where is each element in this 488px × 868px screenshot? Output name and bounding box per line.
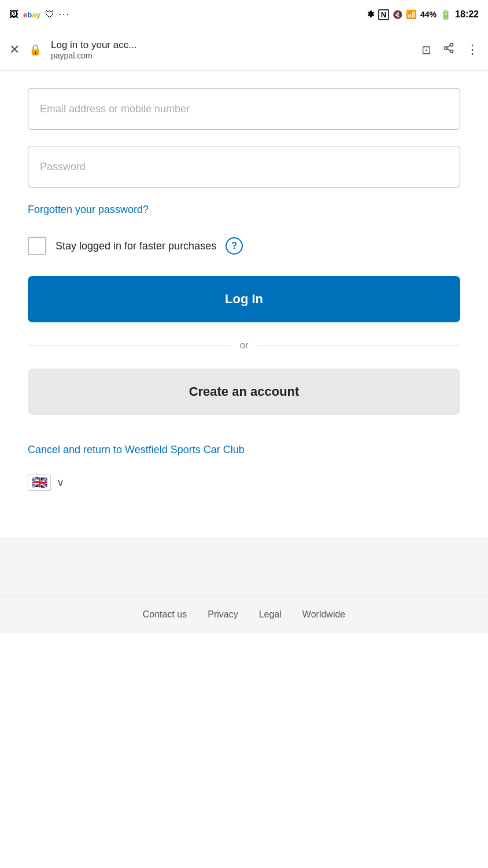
status-bar: 🖼 ebay 🛡 ··· ✱ N 🔇 📶 44% 🔋 18:22: [0, 0, 488, 29]
gallery-icon: 🖼: [9, 9, 19, 20]
svg-line-3: [447, 49, 450, 50]
shield-icon: 🛡: [45, 9, 54, 20]
domain-text: paypal.com: [51, 51, 412, 60]
page-title: Log in to your acc...: [51, 39, 412, 51]
footer-contact-link[interactable]: Contact us: [143, 609, 187, 620]
login-button[interactable]: Log In: [28, 276, 460, 322]
uk-flag-icon: 🇬🇧: [28, 475, 51, 491]
time-display: 18:22: [455, 9, 479, 20]
forgot-password-link[interactable]: Forgotten your password?: [28, 204, 460, 216]
language-selector[interactable]: 🇬🇧 ∨: [28, 475, 460, 491]
browser-actions: ⊡ ⋮: [422, 42, 479, 57]
stay-logged-label: Stay logged in for faster purchases: [56, 240, 216, 252]
footer-legal-link[interactable]: Legal: [259, 609, 282, 620]
or-line-left: [28, 345, 230, 346]
browser-bar: ✕ 🔒 Log in to your acc... paypal.com ⊡ ⋮: [0, 29, 488, 71]
bluetooth-icon: ✱: [367, 9, 375, 20]
bookmark-icon[interactable]: ⊡: [422, 43, 431, 57]
stay-logged-row: Stay logged in for faster purchases ?: [28, 237, 460, 255]
mute-icon: 🔇: [393, 10, 402, 19]
more-options-icon[interactable]: ⋮: [466, 43, 479, 56]
footer-spacer: [0, 537, 488, 595]
cancel-link[interactable]: Cancel and return to Westfield Sports Ca…: [28, 444, 460, 456]
password-input[interactable]: [28, 146, 460, 187]
nfc-icon: N: [378, 9, 389, 20]
battery-icon: 🔋: [440, 9, 452, 20]
email-input[interactable]: [28, 88, 460, 130]
battery-percent: 44%: [420, 10, 437, 19]
footer-worldwide-link[interactable]: Worldwide: [302, 609, 345, 620]
svg-line-4: [447, 45, 450, 47]
login-form-container: Forgotten your password? Stay logged in …: [0, 71, 488, 537]
ebay-icon: ebay: [23, 10, 40, 19]
stay-logged-info-button[interactable]: ?: [225, 237, 243, 255]
footer-privacy-link[interactable]: Privacy: [208, 609, 238, 620]
close-tab-button[interactable]: ✕: [9, 42, 20, 57]
wifi-icon: 📶: [406, 9, 417, 20]
url-display: Log in to your acc... paypal.com: [51, 39, 412, 60]
status-bar-right: ✱ N 🔇 📶 44% 🔋 18:22: [367, 9, 479, 20]
language-chevron-icon[interactable]: ∨: [57, 476, 64, 489]
or-line-right: [258, 345, 460, 346]
lock-icon: 🔒: [29, 43, 42, 56]
more-icon: ···: [59, 9, 70, 20]
stay-logged-checkbox[interactable]: [28, 237, 46, 255]
footer: Contact us Privacy Legal Worldwide: [0, 595, 488, 634]
or-text: or: [239, 340, 248, 351]
or-divider: or: [28, 340, 460, 351]
share-icon[interactable]: [443, 42, 454, 57]
create-account-button[interactable]: Create an account: [28, 369, 460, 415]
status-bar-left: 🖼 ebay 🛡 ···: [9, 9, 70, 20]
